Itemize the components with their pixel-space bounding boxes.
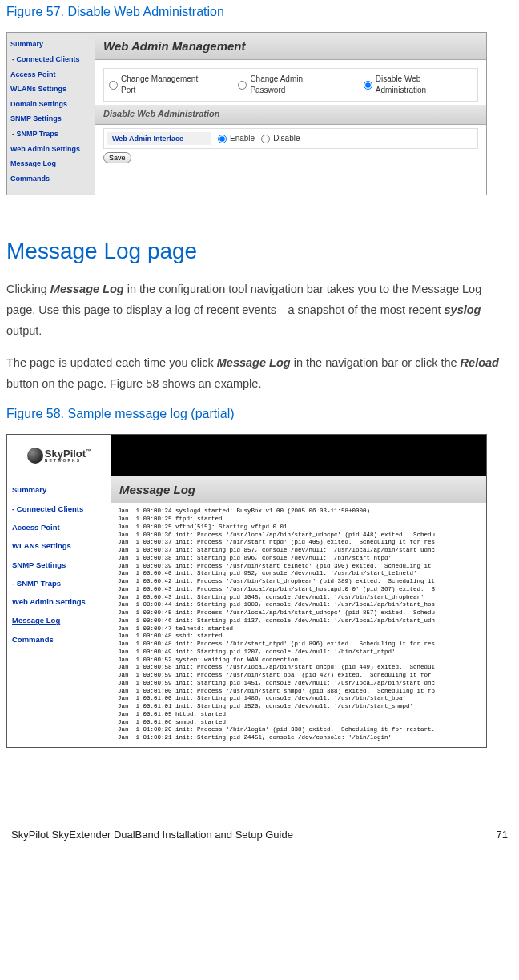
nav-message-log[interactable]: Message Log	[12, 615, 107, 625]
logo-bar: SkyPilot™ NETWORKS	[7, 435, 486, 476]
radio-input-change-port[interactable]	[109, 81, 118, 90]
paragraph-2: The page is updated each time you click …	[6, 352, 513, 394]
radio-change-password[interactable]: Change Admin Password	[238, 74, 339, 96]
nav-snmp-settings[interactable]: SNMP Settings	[12, 560, 107, 570]
section-heading: Message Log page	[6, 235, 513, 267]
nav-wlans-settings[interactable]: WLANs Settings	[12, 540, 107, 551]
radio-input-disable[interactable]	[261, 135, 270, 143]
nav-domain-settings[interactable]: Domain Settings	[10, 99, 92, 110]
radio-input-change-password[interactable]	[238, 81, 247, 90]
figure-57-title: Figure 57. Disable Web Administration	[6, 3, 513, 21]
screenshot-message-log: SkyPilot™ NETWORKS Summary - Connected C…	[6, 434, 487, 748]
panel-header: Web Admin Management	[95, 33, 486, 60]
radio-label: Change Management Port	[121, 74, 214, 96]
radio-label: Change Admin Password	[250, 74, 339, 96]
screenshot-web-admin: Summary - Connected Clients Access Point…	[6, 32, 487, 195]
nav-summary[interactable]: Summary	[12, 484, 107, 495]
nav-web-admin-settings[interactable]: Web Admin Settings	[10, 144, 92, 155]
radio-disable-webadmin[interactable]: Disable Web Administration	[364, 74, 473, 96]
nav-connected-clients[interactable]: - Connected Clients	[12, 504, 107, 514]
setting-row: Web Admin Interface Enable Disable	[103, 128, 478, 150]
radio-input-enable[interactable]	[218, 135, 227, 143]
nav-snmp-settings[interactable]: SNMP Settings	[10, 114, 92, 124]
nav-web-admin-settings[interactable]: Web Admin Settings	[12, 596, 107, 607]
nav-connected-clients[interactable]: - Connected Clients	[10, 54, 92, 65]
nav-snmp-traps[interactable]: - SNMP Traps	[12, 578, 107, 588]
log-panel: Message Log Jan 1 00:00:24 syslogd start…	[111, 476, 486, 747]
footer-page-number: 71	[497, 828, 508, 842]
header-black-bar	[111, 435, 486, 476]
sidebar-nav-2: Summary - Connected Clients Access Point…	[7, 476, 111, 747]
log-content: Jan 1 00:00:24 syslogd started: BusyBox …	[111, 503, 486, 747]
paragraph-1: Clicking Message Log in the configuratio…	[6, 279, 513, 341]
figure-58-title: Figure 58. Sample message log (partial)	[6, 405, 513, 423]
nav-access-point[interactable]: Access Point	[10, 70, 92, 80]
nav-snmp-traps[interactable]: - SNMP Traps	[10, 129, 92, 139]
logo-tm: ™	[86, 448, 91, 454]
log-header: Message Log	[111, 476, 486, 503]
radio-change-port[interactable]: Change Management Port	[109, 74, 214, 96]
radio-label: Disable	[273, 133, 300, 144]
skypilot-logo-icon	[27, 448, 43, 464]
radio-input-disable-webadmin[interactable]	[364, 81, 372, 90]
sidebar-nav-1: Summary - Connected Clients Access Point…	[7, 33, 95, 195]
radio-label: Enable	[230, 133, 255, 144]
page-footer: SkyPilot SkyExtender DualBand Installati…	[6, 828, 513, 842]
radio-enable[interactable]: Enable	[218, 133, 255, 144]
footer-title: SkyPilot SkyExtender DualBand Installati…	[11, 828, 293, 842]
main-panel: Web Admin Management Change Management P…	[95, 33, 486, 195]
nav-access-point[interactable]: Access Point	[12, 522, 107, 532]
save-button[interactable]: Save	[103, 152, 131, 163]
nav-wlans-settings[interactable]: WLANs Settings	[10, 84, 92, 94]
radio-label: Disable Web Administration	[376, 74, 473, 96]
subsection-title: Disable Web Administration	[95, 105, 486, 124]
logo-box: SkyPilot™ NETWORKS	[7, 435, 111, 476]
nav-commands[interactable]: Commands	[10, 174, 92, 184]
nav-commands[interactable]: Commands	[12, 634, 107, 645]
setting-label: Web Admin Interface	[107, 132, 211, 146]
nav-message-log[interactable]: Message Log	[10, 159, 92, 169]
radio-tab-row: Change Management Port Change Admin Pass…	[103, 68, 478, 102]
nav-summary[interactable]: Summary	[10, 39, 92, 50]
radio-disable[interactable]: Disable	[261, 133, 300, 144]
